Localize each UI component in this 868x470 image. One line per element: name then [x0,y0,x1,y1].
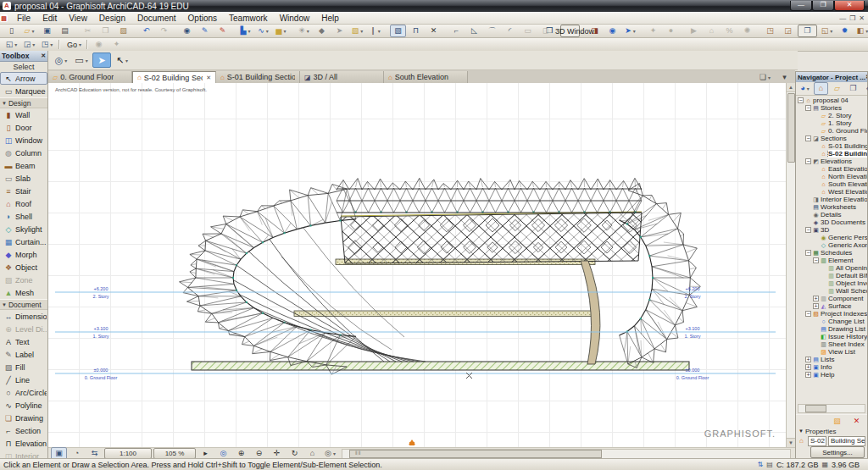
navigator-scroll-thumb[interactable] [805,405,826,412]
tab-3d-all[interactable]: ◪3D / All [300,71,384,83]
review[interactable]: ◧▾ [854,25,868,37]
navigator-item-1-story[interactable]: −▱1. Story [796,119,867,127]
tree-expander-icon[interactable]: − [798,97,804,103]
toolbox-section-design[interactable]: ▼Design [0,97,47,108]
tool-shell[interactable]: ◗Shell [0,210,47,223]
vertical-scroll-thumb[interactable] [787,93,795,163]
navigator-item-elevations[interactable]: −◩Elevations [796,158,867,165]
inject-parameters[interactable]: ✎ [214,25,231,37]
tool-beam[interactable]: ▬Beam [0,159,47,172]
navigator-item-north-elevation[interactable]: −⌂North Elevation [796,173,867,180]
marquee-mode[interactable]: ▭▾ [72,53,91,68]
view-map[interactable]: ▱ [830,82,844,95]
navigator-item-component[interactable]: +▥Component [796,295,867,302]
cutting-plane[interactable]: ◆ [314,25,330,37]
navigator-item-object-inve[interactable]: −▥Object Inve [796,279,867,287]
project-chooser[interactable]: ◕▾ [798,82,812,95]
go-menu[interactable]: Go▾ [63,38,83,51]
new-file[interactable]: ▯ [3,25,19,37]
tool-morph[interactable]: ◆Morph [0,248,47,261]
tool-line[interactable]: ╱Line [0,373,47,386]
navigator-item-s-02-building[interactable]: −⌂S-02 Building [796,150,867,158]
tool-skylight[interactable]: ◇Skylight [0,223,47,235]
navigator-item-3d-documents[interactable]: −◈3D Documents [796,218,867,226]
navigator-item-interior-elevations[interactable]: −◨Interior Elevations [796,196,867,203]
navigator-item-details[interactable]: −◉Details [796,211,867,218]
mdi-minimize-icon[interactable]: — [839,14,846,22]
tool-arc-circle[interactable]: ○Arc/Circle [0,386,47,399]
menu-document[interactable]: Document [131,14,182,23]
run-mode[interactable]: ➤ [92,53,111,68]
tool-roof[interactable]: ⌂Roof [0,197,47,210]
layout-book[interactable]: ❐ [846,82,860,95]
horizontal-scrollbar[interactable]: ⦀⦀ [342,449,791,459]
drawing-area[interactable]: +6.2002. Story+6.2002. Story+3.1001. Sto… [48,83,795,447]
project-map[interactable]: ⌂ [814,82,828,95]
navigator-scrollbar[interactable] [798,404,865,413]
menu-edit[interactable]: Edit [36,14,63,23]
tool-window[interactable]: ◫Window [0,134,47,147]
tool-mesh[interactable]: ▲Mesh [0,286,47,299]
tab-s-01-building-section[interactable]: ⌂S-01 Building Section [216,71,300,83]
scroll-down-icon[interactable]: ▼ [787,438,795,447]
navigator-item-project-indexes[interactable]: −▧Project Indexes [796,310,867,318]
navigator-item-2-story[interactable]: −▱2. Story [796,112,867,119]
adjust[interactable]: ⌒ [484,25,500,37]
viewpoint-id-field[interactable]: S-02 [808,436,826,446]
tool-elevation[interactable]: ⊓Elevation [0,437,47,450]
navigator-close-icon[interactable]: ✕ [865,74,867,80]
explore[interactable]: ➤▾ [622,25,638,37]
virtual-trace[interactable]: ◱▾ [819,25,835,37]
vertical-scrollbar[interactable]: ▲ ▼ [786,83,795,447]
navigator-item-change-list[interactable]: −○Change List [796,318,867,325]
tool-door[interactable]: ▯Door [0,121,47,134]
navigator-item-drawing-list[interactable]: −▤Drawing List [796,325,867,333]
menu-design[interactable]: Design [93,14,131,23]
toolbox-header[interactable]: Toolbox ✕ [0,51,47,62]
title-bar[interactable]: A proposal 04 - Graphisoft ArchiCAD-64 1… [0,0,868,12]
menu-help[interactable]: Help [315,14,345,23]
split[interactable]: ◺ [466,25,482,37]
tree-expander-icon[interactable]: − [805,227,811,233]
navigator-item-surface[interactable]: +◭Surface [796,302,867,310]
tool-fill[interactable]: ▨Fill [0,361,47,373]
tree-expander-icon[interactable]: + [813,303,819,309]
tree-expander-icon[interactable]: − [805,250,811,256]
properties-header[interactable]: ▼ Properties [796,427,867,435]
publisher[interactable]: ◈ [862,82,868,95]
tool-marquee[interactable]: ▭Marquee [0,85,47,97]
mark-up[interactable]: ✹ [837,25,853,37]
menu-view[interactable]: View [63,14,93,23]
tab-s-02-building-section[interactable]: ⌂S-02 Building Section✕ [132,71,216,83]
navigator-item-view-list[interactable]: −▨View List [796,348,867,356]
arrow-mode[interactable]: ↖▾ [113,53,131,68]
tab-close-icon[interactable]: ✕ [203,75,211,81]
layer-settings[interactable]: ▅▾ [273,25,289,37]
navigator-item-worksheets[interactable]: −▤Worksheets [796,203,867,211]
snap-guides[interactable]: ✳▾ [296,25,312,37]
tool-wall[interactable]: ▮Wall [0,108,47,121]
tree-expander-icon[interactable]: + [805,372,811,378]
open-file[interactable]: ▱▾ [21,25,37,37]
stamp[interactable]: ◲ [780,25,796,37]
tree-expander-icon[interactable]: − [805,311,811,317]
viewpoint-name-field[interactable]: Building Section [828,436,865,446]
paste[interactable]: ▨ [115,25,131,37]
close-button[interactable]: ✕ [834,1,865,11]
navigator-item-west-elevation[interactable]: −⌂West Elevation ( [796,188,867,196]
navigator-item-3d[interactable]: −▣3D [796,226,867,234]
save-file[interactable]: ▣ [39,25,55,37]
tab-options[interactable]: ▾ [776,71,793,83]
toolbox-section-document[interactable]: ▼Document [0,299,47,310]
print[interactable]: ▤ [57,25,73,37]
navigator-item-sections[interactable]: −◪Sections [796,135,867,142]
navigator-item-all-openings[interactable]: −▥All Openings [796,264,867,272]
tree-expander-icon[interactable]: − [805,158,811,164]
selection-mode[interactable]: ◎▾ [52,53,70,68]
mdi-close-icon[interactable]: ✕ [859,14,865,22]
navigator-item-lists[interactable]: +▤Lists [796,356,867,363]
navigator-item-schedules[interactable]: −▦Schedules [796,249,867,257]
delete-viewpoint[interactable]: ✕ [849,415,865,427]
tool-stair[interactable]: ≡Stair [0,185,47,197]
tree-expander-icon[interactable]: + [813,296,819,301]
